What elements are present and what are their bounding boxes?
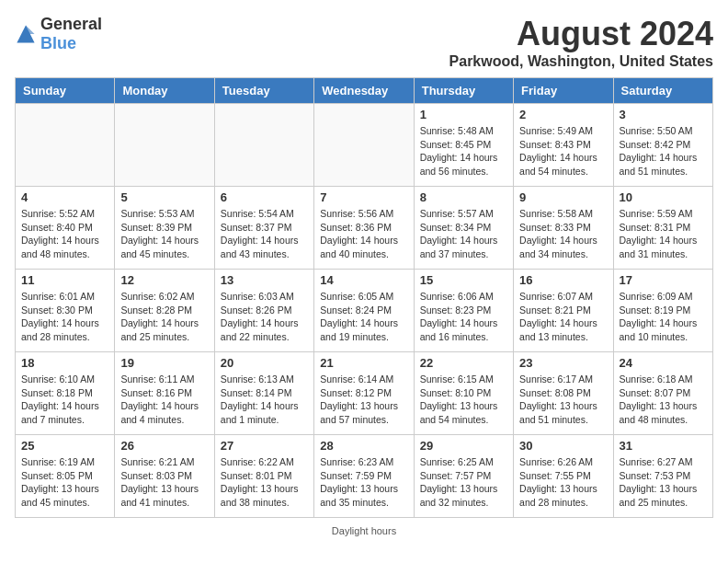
day-number: 9: [519, 190, 607, 204]
day-info: Sunrise: 6:03 AM Sunset: 8:26 PM Dayligh…: [221, 290, 308, 344]
calendar-header: Sunday Monday Tuesday Wednesday Thursday…: [16, 78, 713, 104]
day-number: 8: [420, 190, 507, 204]
calendar-cell: 16Sunrise: 6:07 AM Sunset: 8:21 PM Dayli…: [514, 270, 613, 352]
day-info: Sunrise: 6:07 AM Sunset: 8:21 PM Dayligh…: [519, 290, 607, 344]
calendar-cell: 24Sunrise: 6:18 AM Sunset: 8:07 PM Dayli…: [613, 352, 712, 435]
day-number: 7: [320, 190, 407, 204]
day-info: Sunrise: 6:11 AM Sunset: 8:16 PM Dayligh…: [120, 373, 208, 427]
calendar-row-2: 4Sunrise: 5:52 AM Sunset: 8:40 PM Daylig…: [16, 187, 713, 270]
day-info: Sunrise: 6:26 AM Sunset: 7:55 PM Dayligh…: [519, 455, 607, 510]
day-number: 1: [420, 108, 507, 121]
day-info: Sunrise: 6:25 AM Sunset: 7:57 PM Dayligh…: [420, 455, 507, 510]
day-number: 28: [320, 439, 407, 453]
day-number: 11: [21, 273, 108, 287]
day-number: 14: [320, 273, 407, 287]
logo-text: GeneralBlue: [40, 15, 102, 53]
calendar-cell: 10Sunrise: 5:59 AM Sunset: 8:31 PM Dayli…: [613, 187, 712, 270]
calendar-cell: 3Sunrise: 5:50 AM Sunset: 8:42 PM Daylig…: [613, 104, 712, 187]
day-number: 22: [420, 356, 507, 370]
calendar-cell: 31Sunrise: 6:27 AM Sunset: 7:53 PM Dayli…: [613, 435, 712, 518]
day-number: 16: [519, 273, 607, 287]
day-info: Sunrise: 6:22 AM Sunset: 8:01 PM Dayligh…: [221, 455, 308, 510]
calendar-cell: 15Sunrise: 6:06 AM Sunset: 8:23 PM Dayli…: [414, 270, 513, 352]
day-info: Sunrise: 6:09 AM Sunset: 8:19 PM Dayligh…: [620, 290, 707, 344]
day-info: Sunrise: 5:59 AM Sunset: 8:31 PM Dayligh…: [620, 207, 707, 261]
day-info: Sunrise: 6:18 AM Sunset: 8:07 PM Dayligh…: [620, 373, 707, 427]
calendar-body: 1Sunrise: 5:48 AM Sunset: 8:45 PM Daylig…: [16, 104, 713, 518]
col-thursday: Thursday: [414, 78, 513, 104]
calendar-subtitle: Parkwood, Washington, United States: [449, 53, 713, 70]
calendar-cell: 19Sunrise: 6:11 AM Sunset: 8:16 PM Dayli…: [115, 352, 214, 435]
calendar-cell: 2Sunrise: 5:49 AM Sunset: 8:43 PM Daylig…: [514, 104, 613, 187]
calendar-cell: 1Sunrise: 5:48 AM Sunset: 8:45 PM Daylig…: [414, 104, 513, 187]
day-info: Sunrise: 5:49 AM Sunset: 8:43 PM Dayligh…: [519, 124, 607, 178]
day-info: Sunrise: 6:14 AM Sunset: 8:12 PM Dayligh…: [320, 373, 407, 427]
day-number: 17: [620, 273, 707, 287]
day-info: Sunrise: 6:01 AM Sunset: 8:30 PM Dayligh…: [21, 290, 108, 344]
calendar-cell: 8Sunrise: 5:57 AM Sunset: 8:34 PM Daylig…: [414, 187, 513, 270]
calendar-row-4: 18Sunrise: 6:10 AM Sunset: 8:18 PM Dayli…: [16, 352, 713, 435]
calendar-cell: [314, 104, 414, 187]
calendar-cell: 12Sunrise: 6:02 AM Sunset: 8:28 PM Dayli…: [115, 270, 214, 352]
calendar-cell: 26Sunrise: 6:21 AM Sunset: 8:03 PM Dayli…: [115, 435, 214, 518]
day-info: Sunrise: 6:13 AM Sunset: 8:14 PM Dayligh…: [221, 373, 308, 427]
day-number: 30: [519, 439, 607, 453]
calendar-cell: 21Sunrise: 6:14 AM Sunset: 8:12 PM Dayli…: [314, 352, 414, 435]
calendar-cell: [214, 104, 313, 187]
day-info: Sunrise: 6:27 AM Sunset: 7:53 PM Dayligh…: [620, 455, 707, 510]
calendar-row-1: 1Sunrise: 5:48 AM Sunset: 8:45 PM Daylig…: [16, 104, 713, 187]
calendar-cell: 28Sunrise: 6:23 AM Sunset: 7:59 PM Dayli…: [314, 435, 414, 518]
day-info: Sunrise: 6:05 AM Sunset: 8:24 PM Dayligh…: [320, 290, 407, 344]
calendar-cell: 4Sunrise: 5:52 AM Sunset: 8:40 PM Daylig…: [16, 187, 115, 270]
svg-marker-1: [26, 25, 35, 34]
day-info: Sunrise: 6:02 AM Sunset: 8:28 PM Dayligh…: [120, 290, 208, 344]
day-info: Sunrise: 6:06 AM Sunset: 8:23 PM Dayligh…: [420, 290, 507, 344]
col-friday: Friday: [514, 78, 613, 104]
day-number: 27: [221, 439, 308, 453]
calendar-cell: 20Sunrise: 6:13 AM Sunset: 8:14 PM Dayli…: [214, 352, 313, 435]
day-number: 26: [120, 439, 208, 453]
calendar-cell: 13Sunrise: 6:03 AM Sunset: 8:26 PM Dayli…: [214, 270, 313, 352]
day-number: 10: [620, 190, 707, 204]
day-number: 3: [620, 108, 707, 121]
calendar-cell: 7Sunrise: 5:56 AM Sunset: 8:36 PM Daylig…: [314, 187, 414, 270]
calendar-cell: 6Sunrise: 5:54 AM Sunset: 8:37 PM Daylig…: [214, 187, 313, 270]
day-info: Sunrise: 5:52 AM Sunset: 8:40 PM Dayligh…: [21, 207, 108, 261]
day-info: Sunrise: 5:57 AM Sunset: 8:34 PM Dayligh…: [420, 207, 507, 261]
day-number: 25: [21, 439, 108, 453]
day-number: 19: [120, 356, 208, 370]
day-info: Sunrise: 5:54 AM Sunset: 8:37 PM Dayligh…: [221, 207, 308, 261]
calendar-cell: 14Sunrise: 6:05 AM Sunset: 8:24 PM Dayli…: [314, 270, 414, 352]
logo-general: General: [40, 15, 102, 33]
logo-blue: Blue: [40, 34, 76, 52]
day-number: 24: [620, 356, 707, 370]
calendar-table: Sunday Monday Tuesday Wednesday Thursday…: [15, 77, 713, 518]
day-info: Sunrise: 6:15 AM Sunset: 8:10 PM Dayligh…: [420, 373, 507, 427]
calendar-cell: 27Sunrise: 6:22 AM Sunset: 8:01 PM Dayli…: [214, 435, 313, 518]
day-info: Sunrise: 5:56 AM Sunset: 8:36 PM Dayligh…: [320, 207, 407, 261]
day-number: 29: [420, 439, 507, 453]
day-number: 15: [420, 273, 507, 287]
calendar-cell: [16, 104, 115, 187]
calendar-cell: 30Sunrise: 6:26 AM Sunset: 7:55 PM Dayli…: [514, 435, 613, 518]
calendar-cell: 23Sunrise: 6:17 AM Sunset: 8:08 PM Dayli…: [514, 352, 613, 435]
calendar-title: August 2024: [449, 15, 713, 53]
day-info: Sunrise: 5:50 AM Sunset: 8:42 PM Dayligh…: [620, 124, 707, 178]
header-row: Sunday Monday Tuesday Wednesday Thursday…: [16, 78, 713, 104]
calendar-cell: 22Sunrise: 6:15 AM Sunset: 8:10 PM Dayli…: [414, 352, 513, 435]
day-number: 4: [21, 190, 108, 204]
col-saturday: Saturday: [613, 78, 712, 104]
logo-icon: [15, 23, 37, 45]
day-number: 18: [21, 356, 108, 370]
day-info: Sunrise: 5:48 AM Sunset: 8:45 PM Dayligh…: [420, 124, 507, 178]
day-info: Sunrise: 6:23 AM Sunset: 7:59 PM Dayligh…: [320, 455, 407, 510]
col-tuesday: Tuesday: [214, 78, 313, 104]
day-info: Sunrise: 6:10 AM Sunset: 8:18 PM Dayligh…: [21, 373, 108, 427]
day-number: 13: [221, 273, 308, 287]
day-info: Sunrise: 5:58 AM Sunset: 8:33 PM Dayligh…: [519, 207, 607, 261]
day-number: 6: [221, 190, 308, 204]
day-number: 2: [519, 108, 607, 121]
col-monday: Monday: [115, 78, 214, 104]
calendar-cell: [115, 104, 214, 187]
day-number: 20: [221, 356, 308, 370]
